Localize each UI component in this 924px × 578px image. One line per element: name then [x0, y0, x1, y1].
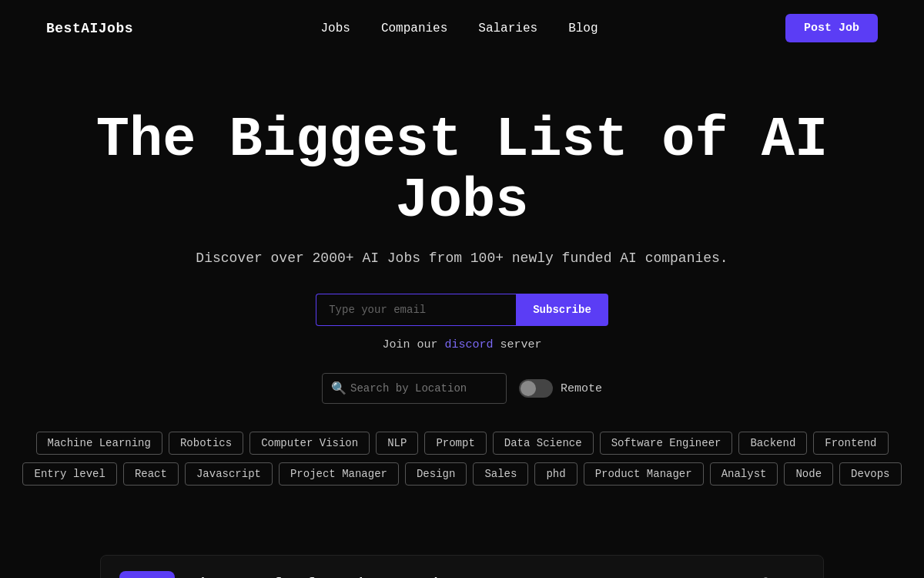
nav-companies[interactable]: Companies	[381, 22, 447, 35]
nav-blog[interactable]: Blog	[568, 22, 598, 35]
nav-links: Jobs Companies Salaries Blog	[320, 22, 598, 35]
tag-item[interactable]: Analyst	[710, 462, 778, 486]
tag-item[interactable]: Frontend	[813, 432, 888, 455]
job-card-left: NOVA Director of Information Security Ne…	[119, 571, 457, 578]
tags-row-1: Machine LearningRoboticsComputer VisionN…	[36, 432, 889, 455]
post-job-button[interactable]: Post Job	[785, 14, 878, 42]
discord-link[interactable]: discord	[444, 338, 493, 351]
tag-item[interactable]: Software Engineer	[600, 432, 733, 455]
company-logo: NOVA	[119, 571, 175, 578]
hero-subtitle: Discover over 2000+ AI Jobs from 100+ ne…	[15, 250, 909, 266]
remote-toggle[interactable]	[519, 379, 553, 398]
tag-item[interactable]: Backend	[738, 432, 807, 455]
tag-item[interactable]: Project Manager	[279, 462, 399, 486]
job-listings: NOVA Director of Information Security Ne…	[0, 555, 924, 578]
hero-section: The Biggest List of AI Jobs Discover ove…	[0, 56, 924, 555]
remote-label: Remote	[561, 382, 602, 395]
navbar: BestAIJobs Jobs Companies Salaries Blog …	[0, 0, 924, 56]
tag-item[interactable]: Entry level	[22, 462, 116, 486]
tag-item[interactable]: NLP	[376, 432, 418, 455]
tag-item[interactable]: Machine Learning	[36, 432, 162, 455]
tags-section: Machine LearningRoboticsComputer VisionN…	[15, 432, 909, 486]
site-logo[interactable]: BestAIJobs	[46, 21, 133, 36]
discord-text-after: server	[500, 338, 542, 351]
discord-row: Join our discord server	[15, 338, 909, 351]
tag-item[interactable]: Prompt	[424, 432, 486, 455]
tag-item[interactable]: Node	[784, 462, 833, 486]
toggle-knob	[521, 381, 536, 396]
tag-item[interactable]: React	[123, 462, 179, 486]
tag-item[interactable]: Devops	[839, 462, 901, 486]
tag-item[interactable]: Data Science	[493, 432, 594, 455]
email-input[interactable]	[316, 294, 516, 326]
tag-item[interactable]: Robotics	[169, 432, 243, 455]
tag-item[interactable]: phd	[534, 462, 577, 486]
nav-salaries[interactable]: Salaries	[478, 22, 537, 35]
tags-row-2: Entry levelReactJavascriptProject Manage…	[22, 462, 901, 486]
tag-item[interactable]: Product Manager	[584, 462, 704, 486]
hero-title: The Biggest List of AI Jobs	[15, 110, 909, 232]
job-card: NOVA Director of Information Security Ne…	[100, 555, 824, 578]
tag-item[interactable]: Computer Vision	[249, 432, 370, 455]
tag-item[interactable]: Sales	[473, 462, 528, 486]
location-input[interactable]	[322, 373, 507, 404]
tag-item[interactable]: Design	[405, 462, 467, 486]
location-input-wrapper: 🔍	[322, 373, 507, 404]
discord-text-before: Join our	[382, 338, 437, 351]
remote-toggle-row: Remote	[519, 379, 602, 398]
location-row: 🔍 Remote	[15, 373, 909, 404]
tag-item[interactable]: Javascript	[185, 462, 273, 486]
nav-jobs[interactable]: Jobs	[320, 22, 350, 35]
subscribe-button[interactable]: Subscribe	[516, 294, 608, 326]
email-subscribe-row: Subscribe	[15, 294, 909, 326]
